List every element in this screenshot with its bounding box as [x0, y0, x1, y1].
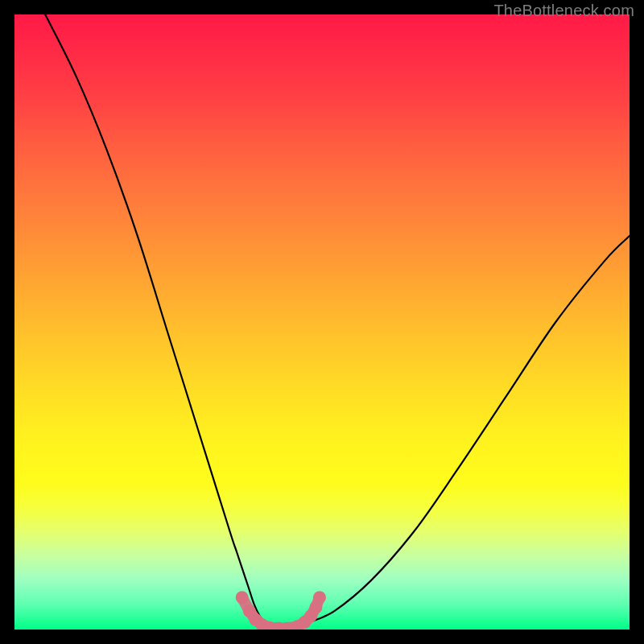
bottleneck-curve: [45, 14, 630, 629]
chart-container: TheBottleneck.com: [0, 0, 644, 644]
curve-path: [45, 14, 630, 629]
plot-area: [14, 14, 630, 630]
marker-dot: [313, 591, 326, 604]
bottleneck-range-markers: [236, 591, 326, 630]
chart-svg: [14, 14, 630, 630]
watermark-text: TheBottleneck.com: [493, 2, 634, 20]
marker-dot: [236, 591, 249, 604]
